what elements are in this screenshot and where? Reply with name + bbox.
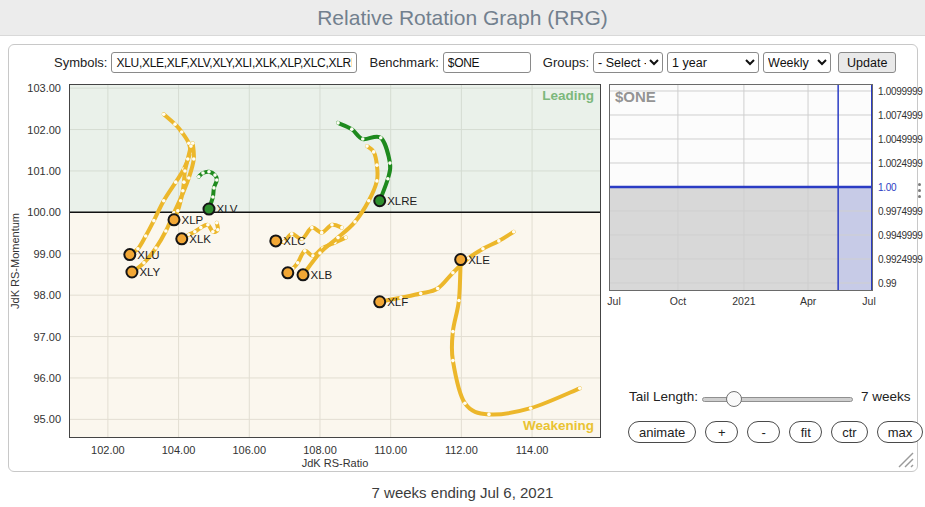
app-header: Relative Rotation Graph (RRG) <box>0 0 925 36</box>
x-tick-label: 114.00 <box>506 444 558 456</box>
symbol-marker-XLY[interactable] <box>126 266 137 277</box>
y-tick-label: 103.00 <box>23 82 61 94</box>
symbol-label-XLK: XLK <box>189 233 211 245</box>
groups-select[interactable]: - Select - <box>593 52 663 73</box>
tail-length-slider-thumb[interactable] <box>726 391 742 407</box>
quadrant-label-leading: Leading <box>542 88 594 103</box>
symbol-marker-XLV[interactable] <box>203 204 214 215</box>
y-tick-label: 95.00 <box>23 413 61 425</box>
mini-y-tick-label: 1.0074999 <box>878 110 925 121</box>
y-tick-label: 101.00 <box>23 165 61 177</box>
y-tick-label: 96.00 <box>23 372 61 384</box>
symbol-label-XLRE: XLRE <box>387 195 417 207</box>
tail-length-label: Tail Length: <box>629 389 698 404</box>
symbol-label-XLU: XLU <box>137 249 159 261</box>
symbol-label-XLC: XLC <box>283 235 305 247</box>
symbol-marker-XLP[interactable] <box>168 214 179 225</box>
mini-y-tick-label: 1.0099999 <box>878 86 925 97</box>
resize-grip-icon[interactable] <box>893 447 915 469</box>
page-title: Relative Rotation Graph (RRG) <box>0 0 925 35</box>
symbol-marker-XLC[interactable] <box>270 235 281 246</box>
symbols-label: Symbols: <box>54 55 107 70</box>
x-tick-label: 106.00 <box>223 444 275 456</box>
symbols-input[interactable] <box>111 52 357 73</box>
y-tick-label: 98.00 <box>23 289 61 301</box>
ctr-button[interactable]: ctr <box>831 421 867 443</box>
max-button[interactable]: max <box>877 421 924 443</box>
x-tick-label: 108.00 <box>294 444 346 456</box>
mini-y-tick-label: 0.9974999 <box>878 206 925 217</box>
animate-button[interactable]: animate <box>628 421 696 443</box>
symbol-label-XLV: XLV <box>216 203 237 215</box>
mini-x-tick-label: Apr <box>786 295 830 307</box>
fit-button[interactable]: fit <box>789 421 822 443</box>
symbol-marker-XLI[interactable] <box>282 267 293 278</box>
symbol-label-XLP: XLP <box>181 214 203 226</box>
main-panel: Symbols: Benchmark: Groups: - Select - 1… <box>8 44 918 472</box>
symbol-marker-XLRE[interactable] <box>374 195 385 206</box>
mini-x-tick-label: 2021 <box>722 295 766 307</box>
tail-length-slider-track[interactable] <box>702 397 853 402</box>
zoom-in-button[interactable]: + <box>705 421 738 443</box>
symbol-marker-XLF[interactable] <box>374 296 385 307</box>
x-axis-title: JdK RS-Ratio <box>69 457 601 469</box>
x-tick-label: 110.00 <box>365 444 417 456</box>
x-tick-label: 112.00 <box>435 444 487 456</box>
x-tick-label: 104.00 <box>153 444 205 456</box>
symbol-marker-XLB[interactable] <box>298 269 309 280</box>
mini-y-tick-label: 0.99 <box>878 278 925 289</box>
y-tick-label: 97.00 <box>23 331 61 343</box>
chart-control-buttons: animate+-fitctrmax <box>628 421 923 443</box>
frequency-select[interactable]: Weekly <box>763 52 831 73</box>
benchmark-input[interactable] <box>443 52 531 73</box>
benchmark-label: Benchmark: <box>369 55 438 70</box>
mini-x-tick-label: Jul <box>592 295 636 307</box>
y-axis-title: JdK RS-Momentum <box>6 84 24 438</box>
y-tick-label: 102.00 <box>23 124 61 136</box>
mini-y-tick-label: 0.9949999 <box>878 230 925 241</box>
panel-drag-handle-icon[interactable] <box>918 183 922 198</box>
symbol-marker-XLK[interactable] <box>176 233 187 244</box>
symbol-label-XLF: XLF <box>387 296 408 308</box>
y-tick-label: 100.00 <box>23 206 61 218</box>
tail-length-value: 7 weeks <box>861 389 911 404</box>
mini-y-tick-label: 1.0024999 <box>878 158 925 169</box>
symbol-label-XLB: XLB <box>311 269 333 281</box>
benchmark-mini-chart[interactable]: $ONE <box>609 84 873 291</box>
groups-label: Groups: <box>543 55 589 70</box>
mini-x-tick-label: Oct <box>656 295 700 307</box>
mini-y-tick-label: 0.9924999 <box>878 254 925 265</box>
symbol-marker-XLU[interactable] <box>124 249 135 260</box>
symbol-marker-XLE[interactable] <box>455 254 466 265</box>
zoom-out-button[interactable]: - <box>747 421 780 443</box>
rrg-chart-canvas[interactable]: XLUXLYXLPXLKXLCXLBXLEXLFXLVXLRELeadingWe… <box>69 84 601 438</box>
mini-y-tick-label: 1.0049999 <box>878 134 925 145</box>
mini-chart-symbol-label: $ONE <box>615 88 656 105</box>
x-tick-label: 102.00 <box>82 444 134 456</box>
symbol-label-XLY: XLY <box>139 266 160 278</box>
symbol-label-XLE: XLE <box>468 254 490 266</box>
toolbar: Symbols: Benchmark: Groups: - Select - 1… <box>54 52 896 73</box>
quadrant-label-weakening: Weakening <box>523 418 594 433</box>
period-select[interactable]: 1 year <box>667 52 759 73</box>
update-button[interactable]: Update <box>838 52 896 73</box>
y-tick-label: 99.00 <box>23 248 61 260</box>
mini-x-tick-label: Jul <box>847 295 891 307</box>
chart-caption: 7 weeks ending Jul 6, 2021 <box>0 484 925 501</box>
